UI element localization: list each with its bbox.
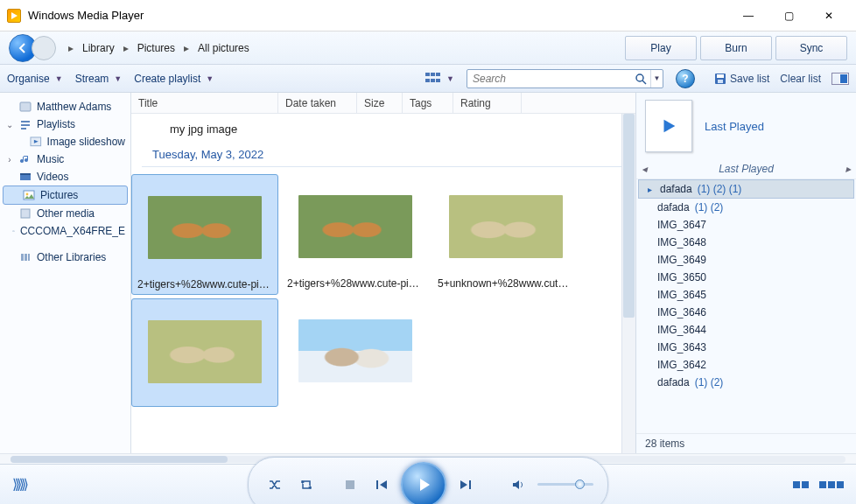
playlist-row-label: dafada [657, 376, 690, 388]
thumbnail-caption: 2+tigers+%28www.cute-pict... [137, 278, 272, 290]
svg-marker-22 [664, 120, 676, 133]
thumbnail-image [298, 319, 412, 382]
next-button[interactable] [453, 472, 478, 497]
sidebar-image-slideshow[interactable]: Image slideshow [0, 133, 130, 150]
svg-line-2 [642, 80, 646, 84]
help-button[interactable]: ? [676, 69, 695, 88]
playlist-row-label: IMG_3649 [657, 254, 706, 266]
save-icon [714, 73, 726, 85]
tab-play[interactable]: Play [625, 36, 697, 60]
collapse-icon[interactable]: ⌄ [5, 120, 14, 130]
playlist-row[interactable]: IMG_3650 [636, 269, 856, 286]
playlist-row[interactable]: dafada (1) (2) [636, 199, 856, 216]
thumbnail-item[interactable] [282, 298, 429, 407]
sidebar-other-libraries[interactable]: Other Libraries [0, 248, 130, 266]
breadcrumb-library[interactable]: Library [82, 42, 115, 54]
search-dropdown[interactable]: ▼ [650, 70, 663, 88]
playlist-row[interactable]: IMG_3646 [636, 304, 856, 321]
svg-rect-13 [20, 173, 31, 175]
save-list-button[interactable]: Save list [714, 73, 769, 85]
prev-list-button[interactable]: ◂ [642, 163, 647, 175]
thumbnail-item[interactable]: 5+unknown+%28www.cute-... [432, 174, 579, 295]
svg-rect-5 [718, 80, 723, 83]
sidebar-disc[interactable]: CCCOMA_X64FRE_E [0, 222, 130, 240]
sidebar-other-media[interactable]: Other media [0, 205, 130, 222]
playlist-row-label: IMG_3645 [657, 289, 706, 301]
playlist-row[interactable]: IMG_3644 [636, 321, 856, 339]
svg-marker-31 [513, 480, 519, 489]
app-title: Windows Media Player [28, 9, 728, 22]
transport-controls [248, 457, 608, 505]
stop-button[interactable] [338, 472, 362, 497]
other-media-icon [19, 207, 32, 220]
maximize-button[interactable]: ▢ [768, 4, 809, 28]
thumbnail-item[interactable] [131, 298, 278, 407]
playlist-row-label: dafada [660, 183, 692, 195]
vertical-scrollbar[interactable] [621, 114, 635, 453]
svg-point-18 [13, 231, 14, 232]
sidebar-user[interactable]: Matthew Adams [0, 98, 130, 116]
playlist-row[interactable]: IMG_3648 [636, 234, 856, 251]
breadcrumb-all-pictures[interactable]: All pictures [198, 42, 249, 54]
svg-rect-9 [21, 128, 26, 130]
grid-view-icon [425, 73, 441, 85]
col-tags[interactable]: Tags [403, 93, 453, 113]
forward-button[interactable] [32, 36, 56, 60]
thumbnail-item[interactable]: 2+tigers+%28www.cute-pict... [282, 174, 429, 295]
playlist-row[interactable]: ▸dafada (1) (2) (1) [638, 179, 854, 199]
playlist-row-label: IMG_3643 [657, 341, 706, 354]
repeat-button[interactable] [294, 472, 319, 497]
playlist-row-label: IMG_3642 [657, 359, 706, 371]
breadcrumb: ▸ Library ▸ Pictures ▸ All pictures [68, 42, 249, 54]
col-rating[interactable]: Rating [453, 93, 522, 113]
thumbnail-item[interactable]: 2+tigers+%28www.cute-pict... [131, 174, 278, 295]
playlist-icon [19, 118, 32, 130]
app-icon [7, 9, 21, 23]
player-bar: ⟫⟫⟫ [0, 464, 856, 504]
playlist-row[interactable]: IMG_3642 [636, 356, 856, 374]
close-button[interactable]: ✕ [809, 4, 849, 28]
search-box[interactable]: ▼ [467, 69, 663, 88]
next-list-button[interactable]: ▸ [845, 163, 851, 175]
sidebar-pictures[interactable]: Pictures [3, 186, 128, 205]
svg-marker-29 [460, 480, 467, 489]
playlist-row-label: IMG_3648 [657, 236, 706, 248]
view-options[interactable]: ▼ [425, 73, 454, 85]
volume-slider[interactable] [537, 483, 593, 486]
clear-list-button[interactable]: Clear list [780, 73, 821, 85]
main-area: Matthew Adams ⌄ Playlists Image slidesho… [0, 93, 856, 453]
playlist-row[interactable]: IMG_3645 [636, 286, 856, 304]
sidebar-videos[interactable]: Videos [0, 168, 130, 186]
stream-menu[interactable]: Stream▼ [75, 73, 123, 85]
toolbar: Organise▼ Stream▼ Create playlist▼ ▼ ▼ ?… [0, 65, 856, 93]
mute-button[interactable] [506, 472, 530, 497]
previous-button[interactable] [369, 472, 394, 497]
column-headers: Title Date taken Size Tags Rating [131, 93, 635, 114]
tab-burn[interactable]: Burn [700, 36, 772, 60]
minimize-button[interactable]: — [728, 4, 768, 28]
col-size[interactable]: Size [357, 93, 403, 113]
thumbnail-image [298, 195, 412, 258]
sidebar-playlists[interactable]: ⌄ Playlists [0, 116, 130, 133]
playlist-row[interactable]: IMG_3649 [636, 251, 856, 269]
switch-to-now-playing[interactable] [793, 481, 844, 488]
shuffle-button[interactable] [263, 472, 287, 497]
play-button[interactable] [401, 462, 446, 505]
create-playlist-menu[interactable]: Create playlist▼ [134, 73, 214, 85]
col-date-taken[interactable]: Date taken [278, 93, 357, 113]
expand-icon[interactable]: › [5, 155, 14, 164]
playlist-row-label: dafada [657, 201, 690, 214]
playlist-row[interactable]: IMG_3643 [636, 339, 856, 356]
breadcrumb-pictures[interactable]: Pictures [137, 42, 175, 54]
playlist-row[interactable]: IMG_3647 [636, 216, 856, 234]
tab-sync[interactable]: Sync [775, 36, 847, 60]
col-title[interactable]: Title [131, 93, 278, 113]
thumbnail-grid: 2+tigers+%28www.cute-pict...2+tigers+%28… [131, 174, 635, 407]
playlist-row[interactable]: dafada (1) (2) [636, 374, 856, 391]
sidebar-music[interactable]: › Music [0, 150, 130, 168]
search-icon[interactable] [631, 70, 650, 88]
list-pane-toggle[interactable] [831, 73, 849, 85]
search-input[interactable] [467, 73, 631, 85]
date-header: Tuesday, May 3, 2022 [142, 143, 627, 167]
organise-menu[interactable]: Organise▼ [7, 73, 63, 85]
